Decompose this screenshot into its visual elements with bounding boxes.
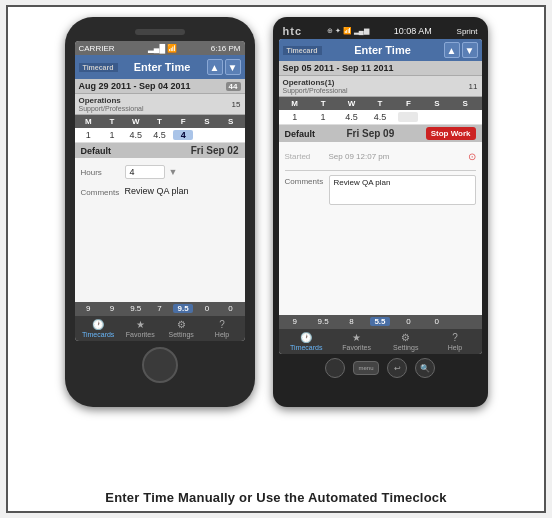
htc-tab-settings[interactable]: ⚙ Settings: [391, 332, 421, 351]
htc-tab-favorites[interactable]: ★ Favorites: [342, 332, 372, 351]
htc-cal-day-0: M: [285, 99, 305, 108]
htc-tab-bar: 🕐 Timecards ★ Favorites ⚙ Settings ? Hel…: [279, 328, 482, 354]
htc-settings-label: Settings: [393, 344, 418, 351]
caption: Enter Time Manually or Use the Automated…: [105, 490, 446, 505]
htc-carrier: Sprint: [457, 27, 478, 36]
htc-started-label: Started: [285, 152, 325, 161]
htc-comments-value[interactable]: Review QA plan: [329, 175, 476, 205]
iphone-timecards-icon: 🕐: [92, 319, 104, 330]
htc-cal-val-2[interactable]: 4.5: [342, 112, 362, 122]
htc-favorites-icon: ★: [352, 332, 361, 343]
htc-bot-num-4[interactable]: 0: [398, 317, 418, 326]
htc-timecards-icon: 🕐: [300, 332, 312, 343]
iphone-cal-day-0: M: [78, 117, 98, 126]
iphone-calendar-row: 1 1 4.5 4.5 4: [75, 128, 245, 143]
iphone-down-arrow[interactable]: ▼: [225, 59, 241, 75]
htc-day-bar-date: Fri Sep 09: [346, 128, 394, 139]
iphone-ops-label: Operations: [79, 96, 144, 105]
htc-search-button[interactable]: 🔍: [415, 358, 435, 378]
iphone-bot-num-3[interactable]: 7: [149, 304, 169, 313]
iphone-tab-favorites[interactable]: ★ Favorites: [125, 319, 155, 338]
htc-comments-row: Comments Review QA plan: [285, 175, 476, 311]
htc-divider: [285, 170, 476, 171]
htc-device: htc ⊕ ✦ 📶 ▂▄▆ 10:08 AM Sprint Timecard E…: [273, 17, 488, 407]
iphone-day-bar: Default Fri Sep 02: [75, 143, 245, 158]
iphone-bot-num-5[interactable]: 0: [197, 304, 217, 313]
iphone-cal-val-4[interactable]: 4: [173, 130, 193, 140]
iphone-bot-num-0[interactable]: 9: [78, 304, 98, 313]
iphone-cal-val-2[interactable]: 4.5: [126, 130, 146, 140]
iphone-bot-num-6[interactable]: 0: [221, 304, 241, 313]
iphone-up-arrow[interactable]: ▲: [207, 59, 223, 75]
htc-bot-num-3[interactable]: 5.5: [370, 317, 390, 326]
iphone-cal-day-2: W: [126, 117, 146, 126]
htc-home-button[interactable]: [325, 358, 345, 378]
iphone-settings-icon: ⚙: [177, 319, 186, 330]
htc-day-bar-label: Default: [285, 129, 316, 139]
iphone: CARRIER ▂▄█ 📶 6:16 PM Timecard Enter Tim…: [65, 17, 255, 407]
htc-signal-icon: ⊕: [327, 27, 333, 35]
iphone-home-button[interactable]: [142, 347, 178, 383]
htc-cal-day-2: W: [342, 99, 362, 108]
htc-cal-val-3[interactable]: 4.5: [370, 112, 390, 122]
iphone-hours-dropdown-icon[interactable]: ▼: [169, 167, 178, 177]
htc-cal-val-1[interactable]: 1: [313, 112, 333, 122]
htc-bot-num-0[interactable]: 9: [285, 317, 305, 326]
iphone-cal-val-5[interactable]: [197, 130, 217, 140]
htc-cal-val-4[interactable]: [398, 112, 418, 122]
iphone-cal-val-1[interactable]: 1: [102, 130, 122, 140]
htc-up-arrow[interactable]: ▲: [444, 42, 460, 58]
htc-calendar-row: 1 1 4.5 4.5: [279, 110, 482, 125]
main-container: CARRIER ▂▄█ 📶 6:16 PM Timecard Enter Tim…: [6, 5, 546, 513]
iphone-bot-num-2[interactable]: 9.5: [126, 304, 146, 313]
htc-bot-num-1[interactable]: 9.5: [313, 317, 333, 326]
iphone-date-badge: 44: [226, 82, 241, 91]
iphone-cal-val-3[interactable]: 4.5: [149, 130, 169, 140]
iphone-tab-bar: 🕐 Timecards ★ Favorites ⚙ Settings ? Hel…: [75, 315, 245, 341]
htc-time: 10:08 AM: [394, 26, 432, 36]
iphone-comments-value[interactable]: Review QA plan: [125, 186, 239, 196]
htc-bars-icon: ▂▄▆: [354, 27, 369, 35]
htc-bot-num-5[interactable]: 0: [427, 317, 447, 326]
htc-cal-val-0[interactable]: 1: [285, 112, 305, 122]
htc-cal-val-6[interactable]: [455, 112, 475, 122]
htc-menu-button[interactable]: menu: [353, 361, 379, 375]
htc-bt-icon: ✦: [335, 27, 341, 35]
htc-cal-val-5[interactable]: [427, 112, 447, 122]
iphone-hours-row: Hours 4 ▼: [81, 162, 239, 182]
iphone-bot-num-4[interactable]: 9.5: [173, 304, 193, 313]
iphone-cal-val-6[interactable]: [221, 130, 241, 140]
iphone-cal-val-0[interactable]: 1: [78, 130, 98, 140]
iphone-calendar-header: M T W T F S S: [75, 115, 245, 128]
htc-down-arrow[interactable]: ▼: [462, 42, 478, 58]
iphone-bot-num-1[interactable]: 9: [102, 304, 122, 313]
htc-timecard-label: Timecard: [283, 46, 322, 55]
htc-form-section: Started Sep 09 12:07 pm ⊙ Comments Revie…: [279, 142, 482, 315]
htc-tab-help[interactable]: ? Help: [440, 332, 470, 351]
htc-cal-day-5: S: [427, 99, 447, 108]
iphone-screen: CARRIER ▂▄█ 📶 6:16 PM Timecard Enter Tim…: [75, 41, 245, 341]
htc-wifi-icon: 📶: [343, 27, 352, 35]
htc-cal-day-4: F: [398, 99, 418, 108]
iphone-timecards-label: Timecards: [82, 331, 114, 338]
iphone-date-row: Aug 29 2011 - Sep 04 2011 44: [75, 79, 245, 94]
htc-bot-num-2[interactable]: 8: [342, 317, 362, 326]
iphone-help-icon: ?: [219, 319, 225, 330]
iphone-day-bar-date: Fri Sep 02: [191, 145, 239, 156]
htc-tab-timecards[interactable]: 🕐 Timecards: [290, 332, 322, 351]
iphone-hours-value[interactable]: 4: [125, 165, 165, 179]
iphone-tab-timecards[interactable]: 🕐 Timecards: [82, 319, 114, 338]
htc-back-button[interactable]: ↩: [387, 358, 407, 378]
iphone-ops-info: Operations Support/Professional: [79, 96, 144, 112]
iphone-time: 6:16 PM: [211, 44, 241, 53]
htc-help-icon: ?: [452, 332, 458, 343]
htc-comments-label: Comments: [285, 175, 325, 186]
iphone-tab-settings[interactable]: ⚙ Settings: [166, 319, 196, 338]
htc-stop-work-button[interactable]: Stop Work: [426, 127, 476, 140]
iphone-bottom-numbers: 9 9 9.5 7 9.5 0 0: [75, 302, 245, 315]
iphone-help-label: Help: [215, 331, 229, 338]
htc-bot-num-6[interactable]: [455, 317, 475, 326]
iphone-tab-help[interactable]: ? Help: [207, 319, 237, 338]
iphone-settings-label: Settings: [168, 331, 193, 338]
htc-help-label: Help: [448, 344, 462, 351]
